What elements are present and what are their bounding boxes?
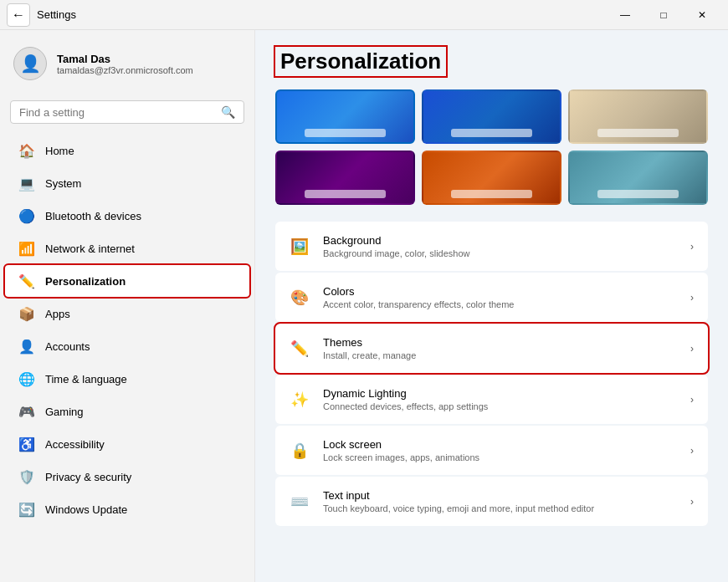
apps-icon: 📦 bbox=[18, 305, 35, 322]
settings-item-dynamic-lighting[interactable]: ✨ Dynamic Lighting Connected devices, ef… bbox=[275, 375, 708, 424]
text-input-title: Text input bbox=[323, 489, 677, 502]
colors-desc: Accent color, transparency effects, colo… bbox=[323, 299, 677, 309]
settings-item-text-input[interactable]: ⌨️ Text input Touch keyboard, voice typi… bbox=[275, 477, 708, 526]
themes-icon: ✏️ bbox=[290, 339, 310, 359]
theme-grid bbox=[275, 89, 708, 205]
back-icon: ← bbox=[12, 8, 25, 23]
user-email: tamaldas@zf3vr.onmicrosoft.com bbox=[57, 65, 193, 75]
text-input-text: Text input Touch keyboard, voice typing,… bbox=[323, 489, 677, 513]
search-icon: 🔍 bbox=[221, 105, 235, 119]
sidebar-item-label: Apps bbox=[45, 308, 70, 320]
sidebar-item-home[interactable]: 🏠 Home bbox=[5, 135, 249, 166]
accounts-icon: 👤 bbox=[18, 338, 35, 355]
time-icon: 🌐 bbox=[18, 370, 35, 387]
text-input-icon: ⌨️ bbox=[290, 492, 310, 512]
sidebar-item-label: Privacy & security bbox=[45, 471, 131, 483]
right-panel: Personalization 🖼️ bbox=[255, 30, 728, 582]
sidebar-item-label: Windows Update bbox=[45, 503, 127, 516]
themes-chevron: › bbox=[690, 343, 694, 355]
search-input[interactable] bbox=[19, 106, 216, 119]
colors-text: Colors Accent color, transparency effect… bbox=[323, 285, 677, 309]
privacy-icon: 🛡️ bbox=[18, 468, 35, 485]
dynamic-lighting-chevron: › bbox=[690, 394, 694, 406]
background-icon: 🖼️ bbox=[290, 237, 310, 257]
sidebar-item-label: Personalization bbox=[45, 275, 126, 288]
sidebar-item-label: System bbox=[45, 177, 81, 190]
dynamic-lighting-text: Dynamic Lighting Connected devices, effe… bbox=[323, 387, 677, 411]
themes-title: Themes bbox=[323, 336, 677, 349]
colors-chevron: › bbox=[690, 292, 694, 304]
user-name: Tamal Das bbox=[57, 53, 193, 65]
maximize-button[interactable]: □ bbox=[644, 2, 683, 28]
user-profile[interactable]: 👤 Tamal Das tamaldas@zf3vr.onmicrosoft.c… bbox=[0, 37, 254, 90]
themes-text: Themes Install, create, manage bbox=[323, 336, 677, 360]
dynamic-lighting-icon: ✨ bbox=[290, 390, 310, 410]
minimize-button[interactable]: — bbox=[606, 2, 644, 28]
sidebar-item-label: Time & language bbox=[45, 373, 127, 385]
sidebar-item-label: Accounts bbox=[45, 340, 90, 353]
settings-item-colors[interactable]: 🎨 Colors Accent color, transparency effe… bbox=[275, 273, 708, 322]
sidebar-item-privacy[interactable]: 🛡️ Privacy & security bbox=[5, 461, 249, 493]
sidebar-item-gaming[interactable]: 🎮 Gaming bbox=[5, 396, 249, 427]
sidebar-item-label: Network & internet bbox=[45, 242, 135, 255]
sidebar-item-system[interactable]: 💻 System bbox=[5, 167, 249, 199]
themes-desc: Install, create, manage bbox=[323, 350, 677, 360]
search-box[interactable]: 🔍 bbox=[10, 100, 244, 124]
back-button[interactable]: ← bbox=[7, 3, 30, 27]
nav-list: 🏠 Home 💻 System 🔵 Bluetooth & devices 📶 … bbox=[0, 134, 254, 526]
avatar-icon: 👤 bbox=[20, 54, 41, 74]
window-controls: — □ ✕ bbox=[606, 2, 721, 28]
title-bar: ← Settings — □ ✕ bbox=[0, 0, 728, 30]
lock-screen-icon: 🔒 bbox=[290, 441, 310, 461]
text-input-desc: Touch keyboard, voice typing, emoji and … bbox=[323, 503, 677, 513]
sidebar-item-update[interactable]: 🔄 Windows Update bbox=[5, 493, 249, 525]
colors-icon: 🎨 bbox=[290, 288, 310, 308]
background-title: Background bbox=[323, 234, 677, 247]
settings-list: 🖼️ Background Background image, color, s… bbox=[275, 222, 708, 526]
theme-thumb-6[interactable] bbox=[568, 151, 708, 205]
settings-item-background[interactable]: 🖼️ Background Background image, color, s… bbox=[275, 222, 708, 271]
background-desc: Background image, color, slideshow bbox=[323, 248, 677, 258]
gaming-icon: 🎮 bbox=[18, 403, 35, 420]
theme-thumb-2[interactable] bbox=[422, 89, 561, 144]
sidebar-item-label: Home bbox=[45, 145, 74, 157]
sidebar-item-accounts[interactable]: 👤 Accounts bbox=[5, 330, 249, 362]
home-icon: 🏠 bbox=[18, 142, 35, 159]
theme-thumb-3[interactable] bbox=[568, 89, 708, 144]
page-title: Personalization bbox=[275, 47, 446, 76]
title-bar-left: ← Settings bbox=[7, 3, 76, 27]
theme-thumb-1[interactable] bbox=[275, 89, 415, 144]
main-content: 👤 Tamal Das tamaldas@zf3vr.onmicrosoft.c… bbox=[0, 30, 728, 582]
text-input-chevron: › bbox=[690, 496, 694, 508]
background-chevron: › bbox=[690, 241, 694, 253]
sidebar-item-personalization[interactable]: ✏️ Personalization bbox=[5, 265, 249, 297]
lock-screen-title: Lock screen bbox=[323, 438, 677, 451]
theme-thumb-4[interactable] bbox=[275, 151, 415, 205]
sidebar-item-label: Bluetooth & devices bbox=[45, 210, 141, 222]
sidebar-item-network[interactable]: 📶 Network & internet bbox=[5, 232, 249, 264]
settings-item-lock-screen[interactable]: 🔒 Lock screen Lock screen images, apps, … bbox=[275, 426, 708, 475]
user-info: Tamal Das tamaldas@zf3vr.onmicrosoft.com bbox=[57, 53, 193, 75]
settings-item-themes[interactable]: ✏️ Themes Install, create, manage › bbox=[275, 324, 708, 373]
sidebar: 👤 Tamal Das tamaldas@zf3vr.onmicrosoft.c… bbox=[0, 30, 255, 582]
sidebar-item-bluetooth[interactable]: 🔵 Bluetooth & devices bbox=[5, 200, 249, 232]
sidebar-item-apps[interactable]: 📦 Apps bbox=[5, 298, 249, 329]
personalization-icon: ✏️ bbox=[18, 273, 35, 289]
accessibility-icon: ♿ bbox=[18, 436, 35, 452]
sidebar-item-label: Accessibility bbox=[45, 438, 105, 451]
avatar: 👤 bbox=[13, 47, 47, 80]
theme-thumb-5[interactable] bbox=[422, 151, 561, 205]
update-icon: 🔄 bbox=[18, 501, 35, 518]
dynamic-lighting-desc: Connected devices, effects, app settings bbox=[323, 401, 677, 411]
system-icon: 💻 bbox=[18, 175, 35, 191]
dynamic-lighting-title: Dynamic Lighting bbox=[323, 387, 677, 400]
network-icon: 📶 bbox=[18, 240, 35, 257]
app-title: Settings bbox=[37, 8, 76, 21]
lock-screen-chevron: › bbox=[690, 445, 694, 457]
bluetooth-icon: 🔵 bbox=[18, 207, 35, 224]
colors-title: Colors bbox=[323, 285, 677, 298]
close-button[interactable]: ✕ bbox=[683, 2, 721, 28]
sidebar-item-accessibility[interactable]: ♿ Accessibility bbox=[5, 428, 249, 460]
sidebar-item-label: Gaming bbox=[45, 406, 84, 418]
sidebar-item-time[interactable]: 🌐 Time & language bbox=[5, 363, 249, 395]
